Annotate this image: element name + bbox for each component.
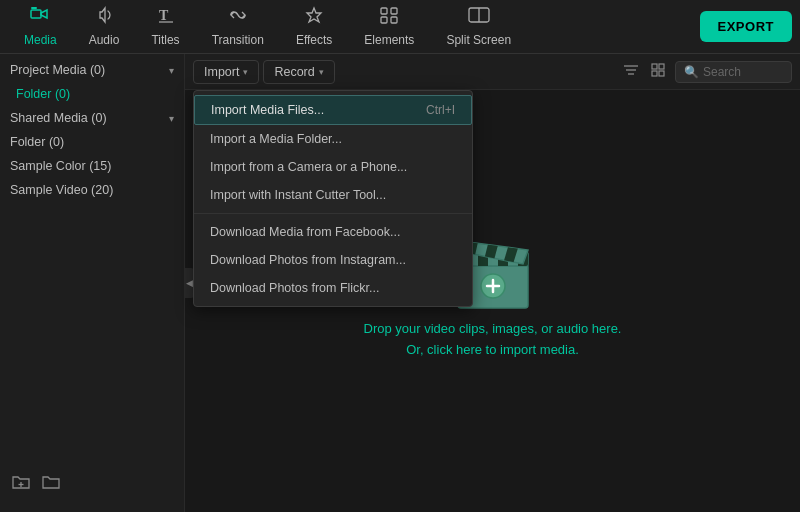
folder-icon[interactable] xyxy=(42,474,60,494)
toolbar-item-transition-label: Transition xyxy=(212,33,264,47)
toolbar-item-titles[interactable]: T Titles xyxy=(135,0,195,53)
toolbar-item-effects[interactable]: Effects xyxy=(280,0,348,53)
menu-item-download-instagram-label: Download Photos from Instagram... xyxy=(210,253,406,267)
toolbar-item-audio[interactable]: Audio xyxy=(73,0,136,53)
sidebar-item-folder-1-label: Folder (0) xyxy=(10,135,64,149)
import-button[interactable]: Import ▾ xyxy=(193,60,259,84)
menu-item-download-facebook-label: Download Media from Facebook... xyxy=(210,225,400,239)
collapse-arrow-icon: ◀ xyxy=(186,278,193,288)
drop-text-line2: Or, click here to import media. xyxy=(364,340,622,361)
sidebar-item-sample-color-label: Sample Color (15) xyxy=(10,159,111,173)
svg-rect-18 xyxy=(652,71,657,76)
grid-view-icon[interactable] xyxy=(647,59,671,84)
sidebar: Project Media (0) ▾ Folder (0) Shared Me… xyxy=(0,54,185,512)
menu-item-import-camera[interactable]: Import from a Camera or a Phone... xyxy=(194,153,472,181)
toolbar-item-split-screen-label: Split Screen xyxy=(446,33,511,47)
svg-text:T: T xyxy=(159,8,169,23)
filter-icon[interactable] xyxy=(619,59,643,84)
record-label: Record xyxy=(274,65,314,79)
toolbar-item-split-screen[interactable]: Split Screen xyxy=(430,0,527,53)
drop-text-line1: Drop your video clips, images, or audio … xyxy=(364,319,622,340)
toolbar-item-titles-label: Titles xyxy=(151,33,179,47)
svg-rect-5 xyxy=(381,8,387,14)
sidebar-item-folder-0[interactable]: Folder (0) xyxy=(0,82,184,106)
svg-rect-6 xyxy=(391,8,397,14)
search-icon: 🔍 xyxy=(684,65,699,79)
import-dropdown-menu: Import Media Files... Ctrl+I Import a Me… xyxy=(193,90,473,307)
drop-text: Drop your video clips, images, or audio … xyxy=(364,319,622,361)
svg-rect-8 xyxy=(391,17,397,23)
toolbar-item-elements[interactable]: Elements xyxy=(348,0,430,53)
menu-divider xyxy=(194,213,472,214)
menu-item-download-flickr-label: Download Photos from Flickr... xyxy=(210,281,380,295)
svg-marker-4 xyxy=(307,8,321,22)
svg-rect-0 xyxy=(31,10,41,18)
import-dropdown-arrow: ▾ xyxy=(243,67,248,77)
content-area: Import ▾ Record ▾ xyxy=(185,54,800,512)
toolbar-item-elements-label: Elements xyxy=(364,33,414,47)
menu-item-download-facebook[interactable]: Download Media from Facebook... xyxy=(194,218,472,246)
toolbar-item-audio-label: Audio xyxy=(89,33,120,47)
chevron-right-icon: ▾ xyxy=(169,113,174,124)
main-toolbar: Media Audio T Titles Transition xyxy=(0,0,800,54)
svg-rect-17 xyxy=(659,64,664,69)
menu-item-import-cutter[interactable]: Import with Instant Cutter Tool... xyxy=(194,181,472,209)
main-area: Project Media (0) ▾ Folder (0) Shared Me… xyxy=(0,54,800,512)
sidebar-bottom-bar xyxy=(0,466,185,502)
menu-item-import-files[interactable]: Import Media Files... Ctrl+I xyxy=(194,95,472,125)
toolbar-item-media-label: Media xyxy=(24,33,57,47)
record-button[interactable]: Record ▾ xyxy=(263,60,334,84)
svg-rect-1 xyxy=(31,7,37,9)
new-folder-icon[interactable] xyxy=(12,474,30,494)
menu-item-download-instagram[interactable]: Download Photos from Instagram... xyxy=(194,246,472,274)
menu-item-download-flickr[interactable]: Download Photos from Flickr... xyxy=(194,274,472,302)
sidebar-item-folder-0-label: Folder (0) xyxy=(16,87,70,101)
menu-item-import-folder-label: Import a Media Folder... xyxy=(210,132,342,146)
menu-item-import-camera-label: Import from a Camera or a Phone... xyxy=(210,160,407,174)
svg-rect-19 xyxy=(659,71,664,76)
search-input[interactable] xyxy=(703,65,783,79)
sidebar-item-project-media[interactable]: Project Media (0) ▾ xyxy=(0,58,184,82)
sidebar-item-folder-1[interactable]: Folder (0) xyxy=(0,130,184,154)
sub-toolbar: Import ▾ Record ▾ xyxy=(185,54,800,90)
menu-shortcut-import-files: Ctrl+I xyxy=(426,103,455,117)
split-screen-icon xyxy=(468,6,490,29)
menu-item-import-folder[interactable]: Import a Media Folder... xyxy=(194,125,472,153)
transition-icon xyxy=(228,6,248,29)
elements-icon xyxy=(379,6,399,29)
media-icon xyxy=(30,6,50,29)
titles-icon: T xyxy=(157,6,175,29)
toolbar-item-transition[interactable]: Transition xyxy=(196,0,280,53)
menu-item-import-cutter-label: Import with Instant Cutter Tool... xyxy=(210,188,386,202)
sidebar-item-project-media-label: Project Media (0) xyxy=(10,63,105,77)
search-box: 🔍 xyxy=(675,61,792,83)
sidebar-item-shared-media[interactable]: Shared Media (0) ▾ xyxy=(0,106,184,130)
sidebar-item-sample-video[interactable]: Sample Video (20) xyxy=(0,178,184,202)
effects-icon xyxy=(304,6,324,29)
svg-rect-7 xyxy=(381,17,387,23)
sidebar-item-sample-video-label: Sample Video (20) xyxy=(10,183,113,197)
sidebar-item-shared-media-label: Shared Media (0) xyxy=(10,111,107,125)
menu-item-import-files-label: Import Media Files... xyxy=(211,103,324,117)
chevron-down-icon: ▾ xyxy=(169,65,174,76)
import-label: Import xyxy=(204,65,239,79)
svg-rect-16 xyxy=(652,64,657,69)
toolbar-item-effects-label: Effects xyxy=(296,33,332,47)
record-dropdown-arrow: ▾ xyxy=(319,67,324,77)
export-button[interactable]: EXPORT xyxy=(700,11,792,42)
sidebar-item-sample-color[interactable]: Sample Color (15) xyxy=(0,154,184,178)
toolbar-item-media[interactable]: Media xyxy=(8,0,73,53)
audio-icon xyxy=(95,6,113,29)
